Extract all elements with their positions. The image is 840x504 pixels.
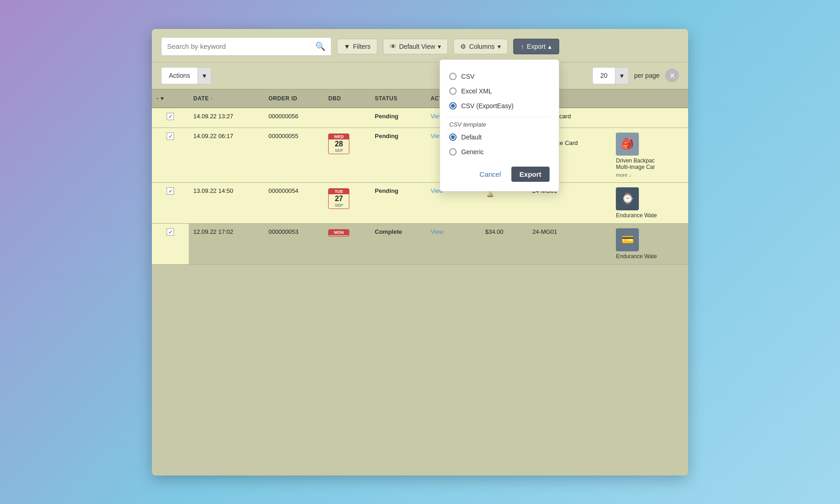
actions-dropdown[interactable]: Actions ▾ (161, 67, 211, 84)
row-product-3: ⌚ Endurance Wate (611, 182, 688, 223)
row-checkbox-3[interactable] (152, 182, 189, 223)
csv-template-label: CSV template (449, 121, 550, 128)
toolbar: 🔍 ▼ Filters 👁 Default View ▾ ⚙ Columns ▾… (152, 29, 688, 63)
col-arrow-icon[interactable]: ▾ (161, 95, 164, 102)
row-date-2: 14.09.22 06:17 (189, 127, 264, 182)
calendar-badge-4: MON (328, 229, 349, 237)
row-dbd-1 (324, 108, 370, 128)
row-dbd-2: WED 28 SEP (324, 127, 370, 182)
row-product-1 (611, 108, 688, 128)
checkbox-3[interactable] (167, 187, 174, 195)
col-select[interactable]: - ▾ (152, 90, 189, 108)
cal-day-name-2: WED (329, 134, 349, 139)
template-option-default[interactable]: Default (449, 130, 550, 145)
cal-month-3: SEP (335, 203, 343, 209)
row-date-4: 12.09.22 17:02 (189, 223, 264, 264)
view-link-4[interactable]: View (430, 228, 443, 235)
default-label: Default (461, 133, 481, 141)
row-status-1: Pending (370, 108, 426, 128)
row-status-3: Pending (370, 182, 426, 223)
calendar-badge-2: WED 28 SEP (328, 133, 349, 154)
template-option-generic[interactable]: Generic (449, 145, 550, 159)
export-option-excel[interactable]: Excel XML (449, 84, 550, 98)
popup-footer: Cancel Export (449, 167, 550, 182)
chevron-up-icon: ▴ (548, 43, 551, 50)
row-date-1: 14.09.22 13:27 (189, 108, 264, 128)
table-row: 13.09.22 14:50 000000054 TUE 27 SEP Pend… (152, 182, 688, 223)
eye-icon: 👁 (390, 43, 396, 50)
upload-icon: ↑ (521, 43, 524, 50)
calendar-badge-3: TUE 27 SEP (328, 188, 349, 209)
default-view-button[interactable]: 👁 Default View ▾ (383, 39, 448, 54)
row-date-3: 13.09.22 14:50 (189, 182, 264, 223)
row-checkbox-1[interactable] (152, 108, 189, 128)
popup-divider (449, 117, 550, 117)
row-dbd-4: MON (324, 223, 370, 264)
row-action-4[interactable]: View (426, 223, 481, 264)
cal-day-name-4: MON (329, 230, 349, 235)
columns-button[interactable]: ⚙ Columns ▾ (453, 39, 507, 54)
csv-label: CSV (461, 73, 475, 80)
row-product-2: 🎒 Driven BackpacMulti-image Car more ↓ (611, 127, 688, 182)
row-checkbox-2[interactable] (152, 127, 189, 182)
more-link-2[interactable]: more ↓ (616, 172, 631, 178)
per-page-label: per page (634, 72, 660, 79)
row-orderid-4: 000000053 (264, 223, 324, 264)
radio-excel[interactable] (449, 87, 457, 95)
row-orderid-2: 000000055 (264, 127, 324, 182)
radio-csv[interactable] (449, 73, 457, 80)
filters-button[interactable]: ▼ Filters (337, 39, 377, 54)
actions-arrow-icon[interactable]: ▾ (197, 68, 211, 84)
page-size-arrow-icon[interactable]: ▾ (615, 68, 628, 84)
product-thumb-4: 💳 (616, 228, 639, 251)
export-option-csv[interactable]: CSV (449, 69, 550, 84)
search-icon: 🔍 (315, 41, 325, 52)
cal-day-num-2: 28 (335, 139, 343, 148)
row-orderid-3: 000000054 (264, 182, 324, 223)
cal-month-2: SEP (335, 148, 343, 154)
page-size-dropdown[interactable]: 20 ▾ (592, 67, 629, 84)
checkbox-4[interactable] (167, 228, 174, 236)
checkbox-2[interactable] (167, 133, 174, 140)
radio-generic[interactable] (449, 148, 457, 156)
export-wrapper: ↑ Export ▴ CSV Excel XML CSV (ExportEasy… (513, 39, 559, 54)
chevron-down-icon: ▾ (438, 43, 441, 50)
page-size-value: 20 (593, 68, 615, 83)
cal-day-name-3: TUE (329, 189, 349, 194)
search-input[interactable] (167, 42, 312, 50)
row-profit-4: $34.00 (481, 223, 527, 264)
cancel-button[interactable]: Cancel (474, 167, 507, 182)
col-order-id[interactable]: ORDER ID (264, 90, 324, 108)
checkbox-1[interactable] (167, 113, 174, 120)
col-status[interactable]: STATUS (370, 90, 426, 108)
row-checkbox-4[interactable] (152, 223, 189, 264)
table-row: 14.09.22 13:27 000000056 Pending View ⌛ … (152, 108, 688, 128)
csv-exporteasy-label: CSV (ExportEasy) (461, 102, 514, 110)
second-toolbar: Actions ▾ 20 ▾ per page ✕ (152, 63, 688, 90)
col-dbd[interactable]: DBD (324, 90, 370, 108)
actions-label: Actions (162, 68, 197, 83)
filter-icon: ▼ (344, 43, 350, 50)
status-badge: Pending (375, 113, 398, 120)
table-container: - ▾ DATE ↑ ORDER ID DBD STATUS ACTIONS P… (152, 90, 688, 472)
chevron-down-icon: ▾ (498, 43, 501, 50)
search-box[interactable]: 🔍 (161, 37, 331, 56)
radio-default[interactable] (449, 133, 457, 141)
status-badge: Pending (375, 133, 398, 139)
export-option-csv-exporteasy[interactable]: CSV (ExportEasy) (449, 98, 550, 113)
row-dbd-3: TUE 27 SEP (324, 182, 370, 223)
col-product (611, 90, 688, 108)
row-sku-4: 24-MG01 (527, 223, 611, 264)
orders-table: - ▾ DATE ↑ ORDER ID DBD STATUS ACTIONS P… (152, 90, 688, 265)
export-confirm-button[interactable]: Export (511, 167, 550, 182)
row-product-4: 💳 Endurance Wate (611, 223, 688, 264)
table-row: 12.09.22 17:02 000000053 MON Complete Vi… (152, 223, 688, 264)
table-row: 14.09.22 06:17 000000055 WED 28 SEP Pend… (152, 127, 688, 182)
export-button[interactable]: ↑ Export ▴ (513, 39, 559, 54)
radio-csv-exporteasy[interactable] (449, 102, 457, 110)
generic-label: Generic (461, 148, 484, 156)
export-popup: CSV Excel XML CSV (ExportEasy) CSV templ… (440, 59, 559, 191)
cal-day-num-3: 27 (335, 194, 343, 203)
close-button[interactable]: ✕ (665, 69, 679, 82)
col-date[interactable]: DATE ↑ (189, 90, 264, 108)
